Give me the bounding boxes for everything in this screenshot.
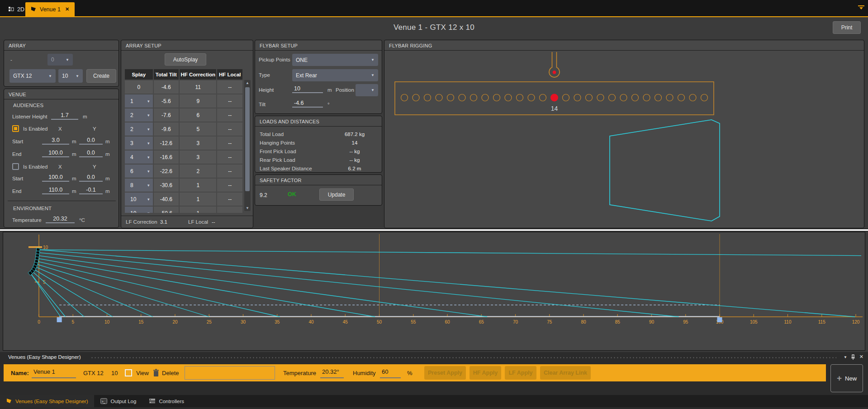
- audience-handle-3m[interactable]: [57, 317, 62, 322]
- splay-dropdown[interactable]: 6: [125, 165, 153, 178]
- scroll-down-icon[interactable]: ▼: [244, 206, 251, 210]
- array-link-field[interactable]: [185, 366, 275, 380]
- pickup-points-value: ONE: [296, 57, 308, 63]
- venue-name-input[interactable]: Venue 1: [32, 367, 76, 378]
- speaker-qty-dropdown[interactable]: 10▼: [58, 69, 83, 83]
- tab-venue-1[interactable]: Venue 1 ✕: [25, 2, 75, 16]
- window-menu-icon[interactable]: [858, 5, 864, 11]
- temperature-input[interactable]: 20.32: [46, 216, 75, 223]
- tab-close-icon[interactable]: ✕: [65, 6, 69, 12]
- view-label[interactable]: View: [136, 364, 149, 381]
- bar-temperature-input[interactable]: 20.32°: [320, 367, 344, 378]
- pickup-hole[interactable]: [528, 94, 535, 101]
- pickup-hole[interactable]: [424, 94, 431, 101]
- pickup-hole[interactable]: [563, 94, 569, 101]
- flag-icon: [6, 398, 12, 404]
- bottom-tab-venues-easy-shape-designer-[interactable]: Venues (Easy Shape Designer): [0, 395, 94, 407]
- audience2-end-x-input[interactable]: 110.0: [42, 187, 69, 194]
- audience2-start-y-input[interactable]: 0.0: [79, 174, 103, 182]
- dock-close-icon[interactable]: ✕: [859, 354, 863, 360]
- listener-height-unit: m: [83, 114, 87, 119]
- pickup-hole[interactable]: [689, 94, 696, 101]
- delete-label[interactable]: Delete: [162, 364, 179, 381]
- pickup-hole[interactable]: [517, 94, 523, 101]
- pickup-hole[interactable]: [632, 94, 639, 101]
- bottom-tab-controllers[interactable]: Controllers: [142, 395, 190, 407]
- audience2-enabled-checkbox[interactable]: [12, 163, 19, 170]
- pickup-hole[interactable]: [505, 94, 512, 101]
- autosplay-button[interactable]: AutoSplay: [165, 53, 206, 66]
- listener-height-input[interactable]: 1.7: [51, 112, 78, 120]
- dock-dropdown-icon[interactable]: ▼: [844, 355, 847, 359]
- array-panel-title: ARRAY: [4, 40, 119, 51]
- pickup-hole[interactable]: [493, 94, 500, 101]
- pickup-hole[interactable]: [620, 94, 627, 101]
- audience1-end-y-input[interactable]: 0.0: [79, 150, 103, 157]
- pickup-hole[interactable]: [459, 94, 465, 101]
- column-header-hf-correction: HF Correction: [180, 69, 216, 80]
- splay-dropdown[interactable]: 2: [125, 108, 153, 122]
- height-input[interactable]: 10: [292, 85, 323, 93]
- unit-m: m: [72, 176, 76, 181]
- pickup-hole[interactable]: [482, 94, 489, 101]
- table-scrollbar[interactable]: ▲ ▼: [244, 80, 251, 211]
- preset-apply-button[interactable]: Preset Apply: [424, 366, 466, 380]
- pickup-hole[interactable]: [401, 94, 408, 101]
- pickup-hole[interactable]: [609, 94, 616, 101]
- print-button[interactable]: Print: [833, 21, 861, 34]
- scrollbar-thumb[interactable]: [245, 87, 250, 191]
- update-button[interactable]: Update: [319, 188, 354, 201]
- splay-dropdown[interactable]: 8: [125, 179, 153, 192]
- splay-dropdown[interactable]: 2: [125, 122, 153, 136]
- tilt-input[interactable]: -4.6: [292, 100, 323, 108]
- bar-humidity-input[interactable]: 60: [380, 367, 401, 378]
- delete-trash-icon[interactable]: [153, 369, 159, 377]
- venue-2d-chart[interactable]: 1050510152025303540455055606570758085909…: [3, 232, 865, 351]
- view-checkbox-icon[interactable]: [125, 369, 132, 376]
- pickup-hole[interactable]: [666, 94, 673, 101]
- splay-dropdown[interactable]: 10: [125, 193, 153, 206]
- audience2-start-x-input[interactable]: 100.0: [42, 174, 69, 182]
- audience2-end-y-input[interactable]: -0.1: [79, 187, 103, 194]
- new-venue-button[interactable]: + New: [830, 364, 863, 392]
- pickup-hole[interactable]: [678, 94, 685, 101]
- bottom-tab-output-log[interactable]: >_Output Log: [94, 395, 142, 407]
- audience1-enabled-checkbox[interactable]: [12, 125, 19, 132]
- splay-table-header: SplayTotal TiltHF CorrectionHF Local: [125, 69, 243, 80]
- flybar-rigging-diagram[interactable]: 14: [384, 40, 864, 228]
- speaker-model-dropdown[interactable]: GTX 12▼: [9, 69, 56, 83]
- pickup-hole[interactable]: [586, 94, 593, 101]
- audience-handle-100m[interactable]: [717, 317, 722, 322]
- audience1-end-x-input[interactable]: 100.0: [42, 150, 69, 157]
- dock-pin-icon[interactable]: [851, 354, 855, 360]
- pickup-hole[interactable]: [540, 94, 546, 101]
- pickup-hole[interactable]: [413, 94, 419, 101]
- load-value: 14: [332, 140, 377, 146]
- pickup-hole[interactable]: [597, 94, 604, 101]
- pickup-hole[interactable]: [447, 94, 454, 101]
- pickup-hole[interactable]: [643, 94, 650, 101]
- splay-dropdown[interactable]: 1: [125, 94, 153, 108]
- array-count-dropdown[interactable]: 0▼: [47, 54, 73, 66]
- pickup-hole[interactable]: [701, 94, 708, 101]
- splay-dropdown[interactable]: 4: [125, 150, 153, 164]
- lf-apply-button[interactable]: LF Apply: [505, 366, 536, 380]
- create-button[interactable]: Create: [86, 69, 116, 83]
- hf-apply-button[interactable]: HF Apply: [470, 366, 501, 380]
- x-tick-label: 45: [343, 320, 348, 324]
- splitter-handle[interactable]: [0, 229, 868, 231]
- hf-correction-value: 6: [180, 108, 216, 122]
- audience1-start-y-input[interactable]: 0.0: [79, 137, 103, 145]
- pickup-hole[interactable]: [470, 94, 477, 101]
- pickup-hole[interactable]: [574, 94, 581, 101]
- clear-array-link-button[interactable]: Clear Array Link: [540, 366, 591, 380]
- position-dropdown[interactable]: ▼: [356, 84, 378, 96]
- flybar-type-dropdown[interactable]: Ext Rear▼: [292, 69, 378, 81]
- pickup-points-dropdown[interactable]: ONE▼: [292, 54, 378, 66]
- pickup-hole[interactable]: [655, 94, 662, 101]
- pickup-hole[interactable]: [436, 94, 442, 101]
- splay-dropdown[interactable]: 3: [125, 136, 153, 150]
- audience1-start-x-input[interactable]: 3.0: [42, 137, 69, 145]
- splay-dropdown[interactable]: 10: [125, 207, 153, 213]
- scroll-up-icon[interactable]: ▲: [244, 81, 251, 85]
